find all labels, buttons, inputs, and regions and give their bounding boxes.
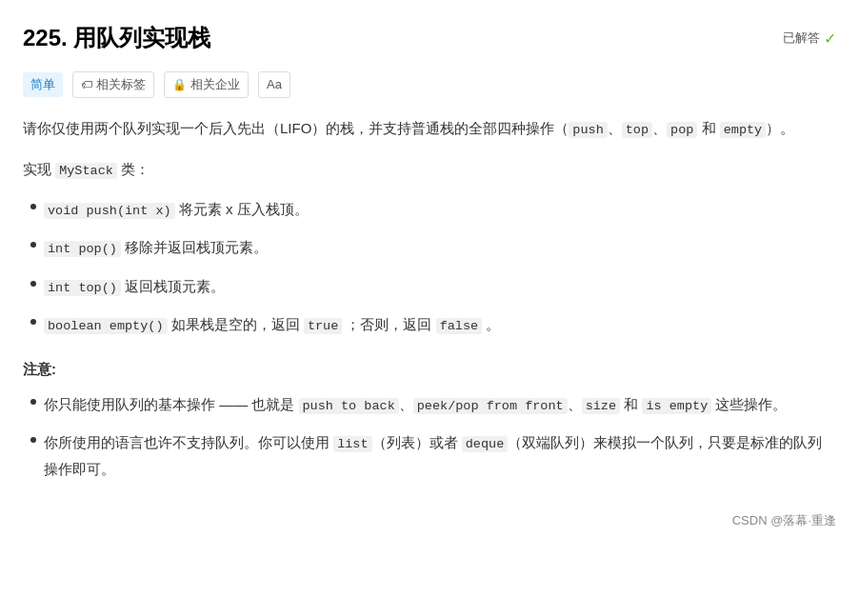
- false-code: false: [436, 318, 483, 334]
- footer-brand: CSDN @落幕·重逢: [732, 513, 836, 527]
- related-tags-button[interactable]: 🏷 相关标签: [72, 71, 154, 98]
- desc-pop-code: pop: [667, 122, 697, 138]
- empty-code: boolean empty(): [44, 318, 168, 334]
- top-desc: 返回栈顶元素。: [125, 278, 225, 294]
- note1-code1: push to back: [299, 398, 399, 414]
- method-pop: int pop() 移除并返回栈顶元素。: [30, 234, 836, 261]
- problem-title: 用队列实现栈: [73, 25, 210, 50]
- solved-label: 已解答: [783, 28, 820, 49]
- note1-sep3: 和: [620, 396, 642, 412]
- desc-sep2: 、: [652, 120, 667, 136]
- method-pop-content: int pop() 移除并返回栈顶元素。: [44, 234, 268, 261]
- tag-icon: 🏷: [81, 75, 92, 94]
- true-code: true: [304, 318, 342, 334]
- bullet-dot-note2: [30, 437, 36, 443]
- lock-icon: 🔒: [172, 75, 187, 94]
- implement-section-title: 实现 MyStack 类：: [23, 157, 836, 183]
- note1-code3: size: [582, 398, 620, 414]
- desc-top-code: top: [622, 122, 652, 138]
- font-button[interactable]: Aa: [258, 71, 290, 98]
- push-code: void push(int x): [44, 203, 175, 219]
- solved-check-icon: ✓: [824, 26, 836, 51]
- problem-description: 请你仅使用两个队列实现一个后入先出（LIFO）的栈，并支持普通栈的全部四种操作（…: [23, 115, 836, 142]
- note2-desc1: （列表）或者: [372, 434, 462, 450]
- method-empty: boolean empty() 如果栈是空的，返回 true ；否则，返回 fa…: [30, 311, 836, 338]
- note-item-2: 你所使用的语言也许不支持队列。你可以使用 list（列表）或者 deque（双端…: [30, 429, 836, 482]
- problem-number: 225.: [23, 25, 68, 50]
- pop-code: int pop(): [44, 241, 121, 257]
- method-top: int top() 返回栈顶元素。: [30, 273, 836, 300]
- desc-end: ）。: [766, 120, 794, 136]
- implement-label: 实现: [23, 161, 55, 177]
- note1-sep1: 、: [399, 396, 413, 412]
- note1-code4: is empty: [642, 398, 711, 414]
- top-code: int top(): [44, 280, 121, 296]
- bullet-dot-push: [30, 204, 36, 209]
- empty-desc-before: 如果栈是空的，返回: [171, 316, 304, 332]
- note-section: 注意: 你只能使用队列的基本操作 —— 也就是 push to back、pee…: [23, 357, 836, 482]
- note-title: 注意:: [23, 357, 836, 382]
- method-top-content: int top() 返回栈顶元素。: [44, 273, 225, 300]
- note1-sep2: 、: [568, 396, 582, 412]
- push-desc: 将元素 x 压入栈顶。: [179, 201, 309, 217]
- desc-empty-code: empty: [720, 122, 767, 138]
- page-title: 225. 用队列实现栈: [23, 19, 210, 58]
- difficulty-tag[interactable]: 简单: [23, 72, 63, 97]
- implement-end: 类：: [117, 161, 150, 177]
- pop-desc: 移除并返回栈顶元素。: [125, 239, 268, 255]
- empty-desc-after: 。: [482, 316, 500, 332]
- note-item-1: 你只能使用队列的基本操作 —— 也就是 push to back、peek/po…: [30, 391, 836, 418]
- page-header: 225. 用队列实现栈 已解答 ✓: [23, 19, 836, 58]
- related-company-button[interactable]: 🔒 相关企业: [164, 71, 249, 98]
- note2-before: 你所使用的语言也许不支持队列。你可以使用: [44, 434, 333, 450]
- method-empty-content: boolean empty() 如果栈是空的，返回 true ；否则，返回 fa…: [44, 311, 500, 338]
- note-item-2-content: 你所使用的语言也许不支持队列。你可以使用 list（列表）或者 deque（双端…: [44, 429, 836, 482]
- font-label: Aa: [267, 74, 282, 95]
- bullet-dot-empty: [30, 319, 36, 325]
- related-company-label: 相关企业: [190, 74, 240, 95]
- methods-list: void push(int x) 将元素 x 压入栈顶。 int pop() 移…: [23, 196, 836, 338]
- note-list: 你只能使用队列的基本操作 —— 也就是 push to back、peek/po…: [23, 391, 836, 483]
- method-push: void push(int x) 将元素 x 压入栈顶。: [30, 196, 836, 223]
- note2-code1: list: [333, 436, 371, 452]
- method-push-content: void push(int x) 将元素 x 压入栈顶。: [44, 196, 309, 223]
- note1-before: 你只能使用队列的基本操作 —— 也就是: [44, 396, 299, 412]
- class-name-code: MyStack: [55, 163, 117, 179]
- bullet-dot-note1: [30, 399, 36, 405]
- note-item-1-content: 你只能使用队列的基本操作 —— 也就是 push to back、peek/po…: [44, 391, 787, 418]
- related-tags-label: 相关标签: [96, 74, 146, 95]
- note2-code2: deque: [462, 436, 509, 452]
- empty-desc-mid: ；否则，返回: [342, 316, 435, 332]
- bullet-dot-pop: [30, 242, 36, 248]
- desc-line1-before: 请你仅使用两个队列实现一个后入先出（LIFO）的栈，并支持普通栈的全部四种操作（: [23, 120, 569, 136]
- footer: CSDN @落幕·重逢: [23, 510, 836, 531]
- note1-code2: peek/pop from front: [413, 398, 568, 414]
- note1-after: 这些操作。: [711, 396, 787, 412]
- desc-sep1: 、: [608, 120, 622, 136]
- desc-push-code: push: [569, 122, 607, 138]
- bullet-dot-top: [30, 281, 36, 287]
- tags-row: 简单 🏷 相关标签 🔒 相关企业 Aa: [23, 71, 836, 98]
- desc-sep3: 和: [697, 120, 719, 136]
- solved-status: 已解答 ✓: [783, 26, 836, 51]
